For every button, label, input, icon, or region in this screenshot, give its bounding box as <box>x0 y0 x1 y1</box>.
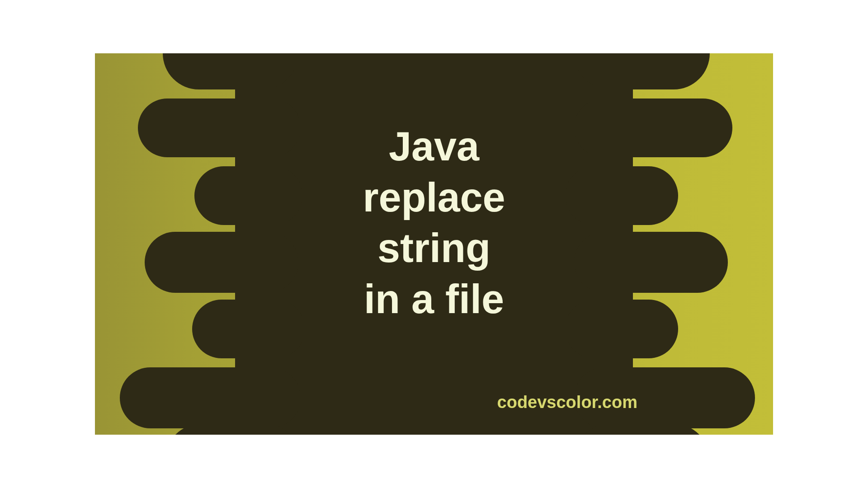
title-line: in a file <box>95 274 773 325</box>
title-line: replace <box>95 172 773 223</box>
blob-left-bump <box>120 367 301 428</box>
blob-right-bump <box>574 53 710 89</box>
blob-left-bump <box>163 53 298 89</box>
title-line: string <box>95 223 773 274</box>
banner-title: Java replace string in a file <box>95 121 773 324</box>
banner-graphic: Java replace string in a file codevscolo… <box>95 53 773 435</box>
title-line: Java <box>95 121 773 172</box>
site-name: codevscolor.com <box>497 393 637 412</box>
